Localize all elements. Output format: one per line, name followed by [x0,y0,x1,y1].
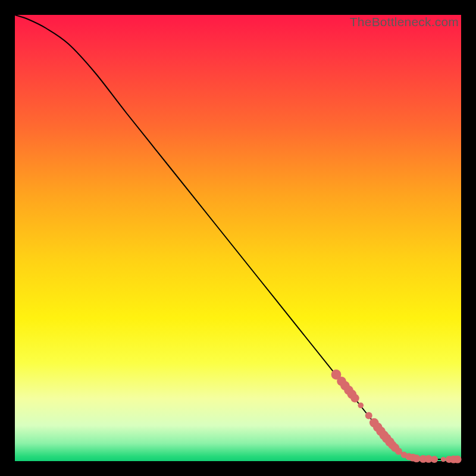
data-marker [412,455,420,462]
data-marker [365,412,372,419]
main-curve [15,15,461,459]
marker-group [331,369,462,464]
data-marker [358,402,364,408]
data-marker [441,457,446,462]
data-marker [453,455,461,463]
data-marker [350,394,359,402]
data-marker [431,456,438,463]
chart-frame: TheBottleneck.com [15,15,461,461]
chart-svg [15,15,461,461]
